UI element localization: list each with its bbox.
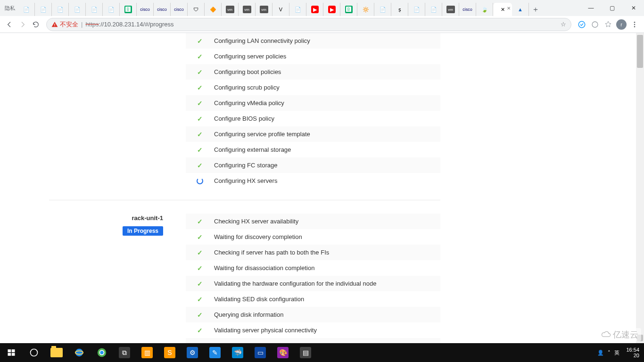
browser-tab[interactable]: 🍃 [476, 3, 493, 16]
progress-step: ✓Configuring vMedia policy [186, 95, 440, 111]
window-maximize-button[interactable]: ▢ [602, 0, 623, 16]
progress-step: ✓Configuring server policies [186, 49, 440, 64]
browser-tab[interactable]: 📄 [408, 3, 425, 16]
browser-tab[interactable]: 📄 [374, 3, 391, 16]
browser-tab[interactable]: vm [222, 3, 239, 16]
progress-section: ✓Configuring LAN connectivity policy✓Con… [49, 33, 440, 189]
vertical-scrollbar[interactable] [636, 33, 644, 343]
tab-favicon-icon: vm [243, 6, 251, 13]
browser-tab[interactable]: ▶ [306, 3, 323, 16]
browser-tab[interactable]: 🔶 [205, 3, 222, 16]
browser-tab[interactable]: 📄 [35, 3, 52, 16]
tab-favicon-icon: 📄 [91, 6, 98, 13]
scrollbar-thumb[interactable] [637, 35, 643, 68]
browser-tab[interactable]: ▲ [512, 3, 529, 16]
browser-tab[interactable]: cisco [137, 3, 154, 16]
step-label: Validating the hardware configuration fo… [214, 280, 377, 287]
tab-favicon-icon: ▲ [517, 6, 524, 13]
check-icon: ✓ [186, 233, 214, 241]
browser-tab[interactable]: 📄 [103, 3, 120, 16]
status-badge: In Progress [123, 226, 163, 236]
taskbar-app-7[interactable]: ▤ [294, 343, 317, 362]
browser-tab[interactable]: 📄 [425, 3, 442, 16]
browser-tab[interactable]: 📄 [52, 3, 69, 16]
svg-rect-10 [12, 353, 15, 356]
check-icon: ✓ [186, 249, 214, 256]
browser-tab[interactable]: 🅱 [120, 3, 137, 16]
window-close-button[interactable]: ✕ [623, 0, 644, 16]
tray-chevron-icon[interactable]: ˄ [608, 350, 611, 356]
tray-people-icon[interactable]: 👤 [597, 350, 604, 356]
taskbar-sublime[interactable]: S [158, 343, 181, 362]
taskbar-app-4[interactable]: ✎ [204, 343, 226, 362]
window-minimize-button[interactable]: ― [580, 0, 602, 16]
browser-tab[interactable]: cisco [154, 3, 171, 16]
browser-tab[interactable]: 🅱 [340, 3, 357, 16]
browser-tab[interactable]: vm [442, 3, 459, 16]
taskbar-ie[interactable] [68, 343, 91, 362]
back-button[interactable] [3, 18, 16, 31]
browser-tab[interactable]: ▶ [323, 3, 340, 16]
tray-clock[interactable]: 16:54 20 [623, 347, 642, 358]
progress-step: ✓Configuring external storage [186, 142, 440, 157]
taskbar-app-6[interactable]: 🎨 [272, 343, 294, 362]
browser-tab[interactable]: 📄 [69, 3, 86, 16]
step-label: Configuring scrub policy [214, 84, 280, 91]
browser-tab-strip: 隐私 📄📄📄📄📄📄🅱ciscociscocisco🛡🔶vmvmvmV📄▶▶🅱🔆📄… [0, 0, 644, 16]
profile-button[interactable]: r [615, 18, 628, 31]
check-icon: ✓ [186, 146, 214, 154]
extension-icon-1[interactable] [575, 18, 588, 31]
tab-favicon-icon: cisco [464, 6, 471, 13]
browser-tab[interactable]: ṣ [391, 3, 408, 16]
progress-step: ✓Waiting for discovery completion [186, 229, 440, 245]
progress-step: ✓Configuring FC storage [186, 157, 440, 173]
taskbar-explorer[interactable] [45, 343, 68, 362]
taskbar-app-2[interactable]: ▥ [136, 343, 158, 362]
start-button[interactable] [0, 343, 23, 362]
svg-point-2 [578, 21, 585, 28]
reload-button[interactable] [29, 18, 42, 31]
taskbar-app-5[interactable]: ▭ [249, 343, 272, 362]
tray-ime[interactable]: 英 [614, 349, 619, 356]
steps-list: ✓Configuring LAN connectivity policy✓Con… [186, 33, 440, 189]
taskbar-app-3[interactable]: ⚙ [181, 343, 204, 362]
browser-tab[interactable]: vm [239, 3, 256, 16]
progress-step: ✓Configuring service profile template [186, 126, 440, 142]
tab-favicon-icon: ▶ [328, 6, 336, 13]
browser-tab[interactable]: 📄 [289, 3, 306, 16]
browser-tab[interactable]: ✕✕ [493, 3, 512, 16]
step-label: Configuring LAN connectivity policy [214, 37, 310, 44]
tabs-host: 📄📄📄📄📄📄🅱ciscociscocisco🛡🔶vmvmvmV📄▶▶🅱🔆📄ṣ📄📄… [18, 3, 529, 16]
browser-tab[interactable]: 🔆 [357, 3, 374, 16]
browser-tab[interactable]: vm [256, 3, 272, 16]
step-label: Configuring external storage [214, 146, 291, 153]
step-label: Validating server physical connectivity [214, 327, 317, 334]
browser-tab[interactable]: 📄 [86, 3, 103, 16]
tab-favicon-icon: vm [446, 6, 455, 13]
browser-tab[interactable]: V [272, 3, 289, 16]
browser-tab[interactable]: 📄 [18, 3, 35, 16]
address-bar[interactable]: 不安全 | https ://10.208.231.14/#/progress … [46, 18, 571, 31]
extension-icon-2[interactable] [588, 18, 602, 31]
tab-favicon-icon: 📄 [74, 6, 81, 13]
new-tab-button[interactable]: ＋ [529, 3, 542, 16]
forward-button[interactable] [16, 18, 29, 31]
browser-menu-button[interactable] [628, 18, 641, 31]
taskbar-wireshark[interactable]: 🦈 [226, 343, 249, 362]
browser-tab[interactable]: 🛡 [188, 3, 205, 16]
tab-close-icon[interactable]: ✕ [507, 6, 511, 11]
taskbar-chrome[interactable] [91, 343, 113, 362]
step-label: Checking HX server availability [214, 218, 298, 225]
browser-tab[interactable]: cisco [171, 3, 188, 16]
browser-tab[interactable]: cisco [459, 3, 476, 16]
window-controls: ― ▢ ✕ [580, 0, 644, 16]
tab-favicon-icon: vm [260, 6, 268, 13]
taskbar-app-1[interactable]: ⧉ [113, 343, 136, 362]
tab-favicon-icon: vm [226, 6, 234, 13]
bookmark-star-icon[interactable]: ☆ [561, 21, 566, 28]
extension-icon-3[interactable] [602, 18, 615, 31]
tab-favicon-icon: 📄 [40, 6, 47, 13]
tab-favicon-icon: cisco [141, 6, 149, 13]
cortana-button[interactable] [23, 343, 45, 362]
tab-favicon-icon: 📄 [107, 6, 115, 13]
